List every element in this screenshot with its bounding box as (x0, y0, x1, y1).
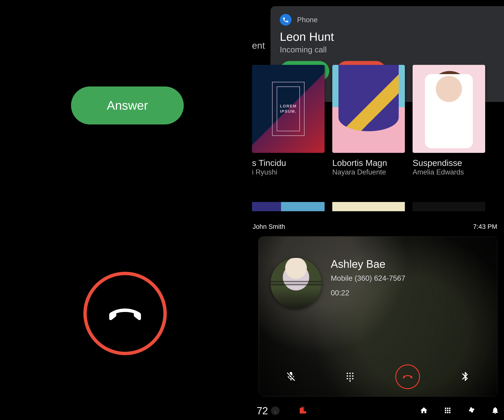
media-card-0[interactable]: LOREM IPSUM. s Tincidu i Ryushi (252, 65, 324, 176)
end-call-button-large[interactable] (83, 272, 167, 355)
bell-icon (491, 412, 499, 415)
active-call-card: Ashley Bae Mobile (360) 624-7567 00:22 (258, 236, 498, 397)
fan-icon (467, 412, 476, 415)
album-art-5[interactable] (413, 202, 485, 211)
phone-down-icon (107, 295, 144, 332)
album-art-1 (332, 65, 405, 153)
mute-button[interactable] (277, 363, 305, 391)
contact-name: Ashley Bae (331, 258, 405, 270)
svg-point-8 (352, 378, 353, 379)
svg-point-3 (347, 375, 348, 377)
album-art-0: LOREM IPSUM. (252, 65, 324, 153)
media-card-1[interactable]: Lobortis Magn Nayara Defuente (332, 65, 405, 176)
media-title-2: Suspendisse (413, 158, 485, 168)
svg-point-0 (347, 372, 348, 374)
svg-point-5 (352, 375, 353, 377)
left-region: Answer (0, 0, 252, 420)
hvac-chevron[interactable] (271, 406, 280, 415)
mic-off-icon (286, 371, 296, 383)
call-controls (258, 358, 498, 397)
device-owner-label: John Smith (253, 223, 285, 230)
hvac-temp-value: 72 (257, 405, 268, 417)
call-duration: 00:22 (331, 288, 405, 297)
seat-heat-icon (298, 413, 307, 415)
album-art-4[interactable] (332, 202, 405, 211)
album-art-2 (413, 65, 485, 153)
nav-notifications-button[interactable] (491, 406, 499, 415)
bluetooth-button[interactable] (451, 363, 479, 391)
svg-point-9 (349, 380, 351, 382)
right-region: ent Phone Leon Hunt Incoming call Answer… (252, 0, 504, 420)
album-art-3[interactable] (252, 202, 324, 211)
media-artist-0: i Ryushi (252, 168, 324, 176)
phone-down-icon (401, 371, 414, 383)
hun-app-label: Phone (297, 16, 318, 24)
contact-phone: Mobile (360) 624-7567 (331, 274, 405, 282)
svg-point-7 (349, 378, 351, 379)
svg-point-2 (352, 372, 353, 374)
end-call-button[interactable] (395, 364, 420, 389)
media-artist-1: Nayara Defuente (332, 168, 405, 176)
home-icon (420, 412, 428, 415)
media-card-2[interactable]: Suspendisse Amelia Edwards (413, 65, 485, 176)
media-row: LOREM IPSUM. s Tincidu i Ryushi Lobortis… (252, 65, 504, 176)
dialpad-button[interactable] (336, 363, 364, 391)
hun-caller-name: Leon Hunt (280, 30, 504, 43)
dialpad-icon (345, 371, 355, 383)
nav-home-button[interactable] (420, 406, 428, 415)
clock: 7:43 PM (473, 223, 497, 230)
media-row-2 (252, 202, 485, 211)
nav-fan-button[interactable] (467, 406, 476, 415)
svg-point-6 (347, 378, 348, 379)
partial-text-ent: ent (252, 40, 265, 51)
album-art-0-label: LOREM IPSUM. (277, 86, 300, 131)
media-title-0: s Tincidu (252, 158, 324, 168)
chevron-right-icon (273, 405, 278, 417)
answer-button-large[interactable]: Answer (71, 86, 184, 125)
contact-avatar (270, 258, 322, 309)
media-artist-2: Amelia Edwards (413, 168, 485, 176)
system-nav-bar: 72 (252, 402, 504, 420)
media-title-1: Lobortis Magn (332, 158, 405, 168)
status-bar: John Smith 7:43 PM (253, 221, 503, 232)
svg-point-1 (349, 372, 351, 374)
answer-button-large-label: Answer (107, 98, 148, 113)
seat-heat-button[interactable] (298, 406, 307, 416)
hvac-temp[interactable]: 72 (257, 405, 280, 417)
apps-icon (444, 412, 452, 415)
svg-point-4 (349, 375, 351, 377)
phone-app-icon (280, 14, 292, 26)
bluetooth-icon (460, 371, 471, 383)
nav-apps-button[interactable] (444, 406, 452, 415)
hun-subtitle: Incoming call (280, 45, 504, 54)
